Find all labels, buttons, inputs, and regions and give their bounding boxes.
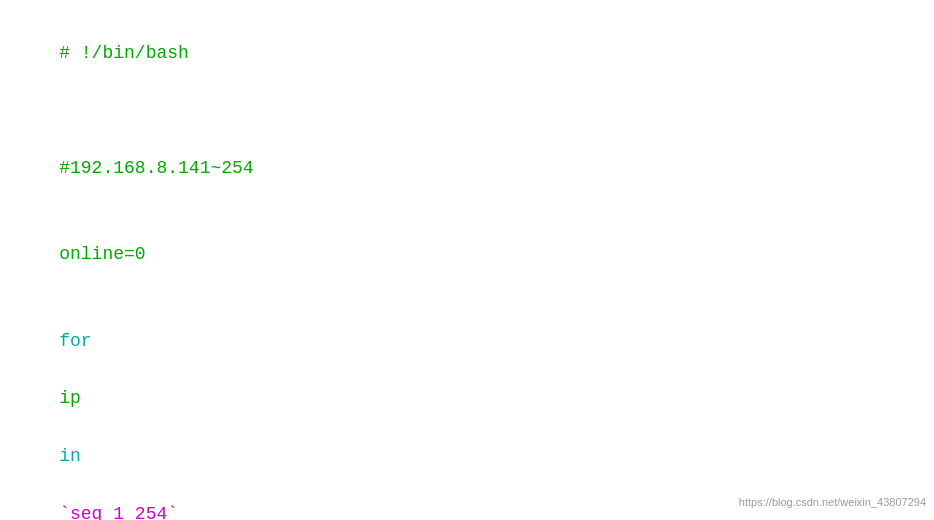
in-keyword: in <box>59 446 81 466</box>
line-5: for ip in `seq 1 254` <box>16 298 918 520</box>
ip-range-comment: #192.168.8.141~254 <box>59 158 253 178</box>
line-4: online=0 <box>16 212 918 298</box>
online-var: online=0 <box>59 244 145 264</box>
for-space <box>59 360 70 380</box>
seq-cmd: `seq 1 254` <box>59 504 178 520</box>
line-3: #192.168.8.141~254 <box>16 125 918 211</box>
for-in <box>59 417 70 437</box>
shebang-comment: # !/bin/bash <box>59 43 189 63</box>
code-editor: # !/bin/bash #192.168.8.141~254 online=0… <box>0 0 934 520</box>
line-2 <box>16 96 918 125</box>
for-space2 <box>59 475 70 495</box>
line-1: # !/bin/bash <box>16 10 918 96</box>
watermark-text: https://blog.csdn.net/weixin_43807294 <box>739 494 926 512</box>
for-keyword: for <box>59 331 91 351</box>
for-var: ip <box>59 388 81 408</box>
